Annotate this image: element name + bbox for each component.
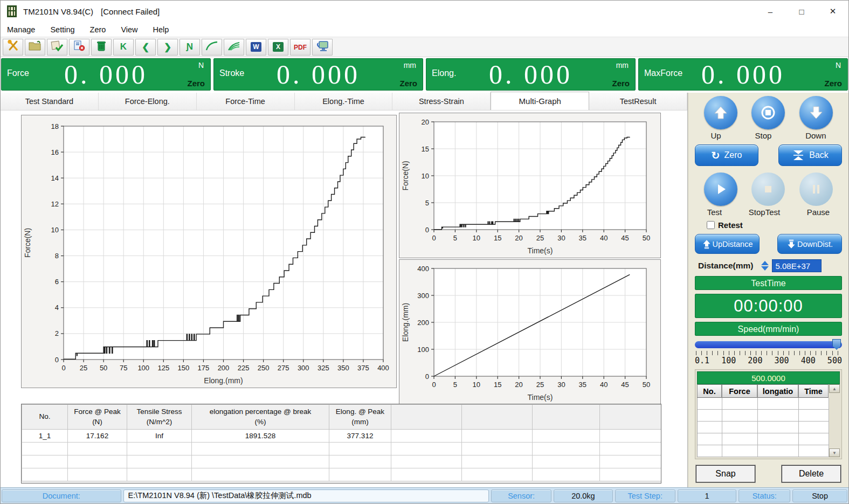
connect-monitor-icon [316,40,329,54]
retest-label: Retest [718,220,743,230]
table-cell [462,468,533,481]
table-cell: Inf [127,430,192,443]
down-distance-button[interactable]: DownDist. [777,234,842,254]
table-cell [391,430,462,443]
stop-button[interactable] [751,96,785,129]
svg-text:400: 400 [417,265,429,273]
up-distance-button[interactable]: UpDistance [695,234,760,254]
svg-text:Time(s): Time(s) [528,246,553,255]
save-verify-button[interactable] [47,39,67,56]
table-cell [391,468,462,481]
menu-item-zero[interactable]: Zero [90,25,106,34]
test-button[interactable] [704,172,737,206]
tab-test-standard[interactable]: Test Standard [1,93,99,110]
snap-column-no.[interactable]: No. [697,384,722,398]
svg-text:175: 175 [198,364,210,372]
zero-button[interactable]: ↻ Zero [695,144,758,166]
down-label: Down [805,131,826,140]
menu-item-help[interactable]: Help [153,25,169,34]
tools-button[interactable] [3,39,23,56]
table-row[interactable] [22,455,661,468]
open-file-button[interactable] [25,39,45,56]
tab-force-elong-[interactable]: Force-Elong. [99,93,197,110]
distance-field[interactable]: 5.08E+37 [772,259,822,272]
snap-column-force[interactable]: Force [722,384,757,398]
word-export-button[interactable]: W [246,39,266,56]
table-cell [600,443,661,455]
maxforce-display: MaxForce0. 000NZero [638,58,848,91]
speed-slider[interactable] [695,341,842,348]
svg-text:Force(N): Force(N) [401,161,410,190]
down-button[interactable] [799,96,833,129]
snap-button[interactable]: Snap [696,465,755,482]
tab-elong-time[interactable]: Elong.-Time [295,93,393,110]
up-arrow-icon [713,105,729,121]
table-row[interactable]: 1_117.162Inf1891.528377.312 [22,430,661,443]
multi-curve-button[interactable] [224,39,244,56]
save-verify-icon [51,40,64,54]
svg-text:325: 325 [317,364,329,372]
statusbar-test-step-label: Test Step: [615,489,675,502]
close-document-button[interactable] [69,39,89,56]
pdf-export-button[interactable]: PDF [290,39,310,56]
snap-column-time[interactable]: Time [798,384,829,398]
results-column-header: elongation percentage @ break(%) [192,405,329,430]
distance-spin-down[interactable] [761,266,769,271]
curve-icon [205,40,218,53]
maximize-button[interactable]: □ [786,1,817,22]
minimize-button[interactable]: – [755,1,786,22]
menu-item-manage[interactable]: Manage [7,25,35,34]
back-button[interactable]: Back [778,144,842,166]
snap-table-cell [722,422,758,433]
menu-item-view[interactable]: View [121,25,137,34]
svg-text:45: 45 [621,234,629,242]
svg-text:15: 15 [494,381,501,389]
scroll-down-icon[interactable]: ▼ [829,448,840,457]
trash-button[interactable] [91,39,112,56]
force-elong-chart-plot: 0255075100125150175200225250275300325350… [22,115,396,388]
stop-test-button[interactable] [751,172,785,206]
table-row[interactable] [22,443,661,455]
distance-spin-up[interactable] [761,261,769,265]
tab-bar: Test StandardForce-Elong.Force-TimeElong… [1,93,687,111]
results-column-header: No. [22,405,68,430]
zero-label: Zero [724,150,742,160]
speed-slider-thumb[interactable] [832,339,841,350]
close-button[interactable]: ✕ [817,1,848,22]
snap-table-scrollbar[interactable]: ▲ ▼ [829,384,840,457]
snap-table-cell [722,398,758,410]
svg-text:150: 150 [178,364,190,372]
pause-icon [809,182,823,196]
connect-monitor-button[interactable] [312,39,333,56]
delete-button[interactable]: Delete [782,465,841,482]
curve-button[interactable] [202,39,222,56]
display-unit: N [198,61,204,70]
excel-export-button[interactable]: X [268,39,288,56]
results-column-header: Force @ Peak(N) [68,405,127,430]
next-record-button[interactable]: ❯ [157,39,178,56]
scroll-up-icon[interactable]: ▲ [829,384,840,393]
prev-record-button[interactable]: ❮ [135,39,156,56]
svg-text:40: 40 [600,234,608,242]
table-row[interactable] [22,468,661,481]
svg-text:375: 375 [357,364,369,372]
table-cell [600,455,661,468]
speed-value-display: 500.0000 [697,371,840,384]
statusbar-status-value: Stop [792,489,847,502]
pause-button[interactable] [799,172,833,206]
svg-text:20: 20 [515,381,522,389]
menu-item-setting[interactable]: Setting [50,25,74,34]
tab-testresult[interactable]: TestResult [589,93,687,110]
retest-checkbox[interactable] [707,221,715,229]
first-record-button[interactable]: K [113,39,134,56]
last-record-button[interactable]: Ɲ [180,39,200,56]
svg-text:10: 10 [422,172,429,180]
tab-force-time[interactable]: Force-Time [197,93,295,110]
tab-stress-strain[interactable]: Stress-Strain [392,93,491,110]
slider-tick-label: 0.1 [695,356,709,365]
snap-column-longatio[interactable]: longatio [757,384,798,398]
results-table: No.Force @ Peak(N)Tensile Stress(N/m^2)e… [21,404,661,484]
down-distance-icon [786,239,796,249]
up-button[interactable] [704,96,737,129]
tab-multi-graph[interactable]: Multi-Graph [491,92,589,110]
